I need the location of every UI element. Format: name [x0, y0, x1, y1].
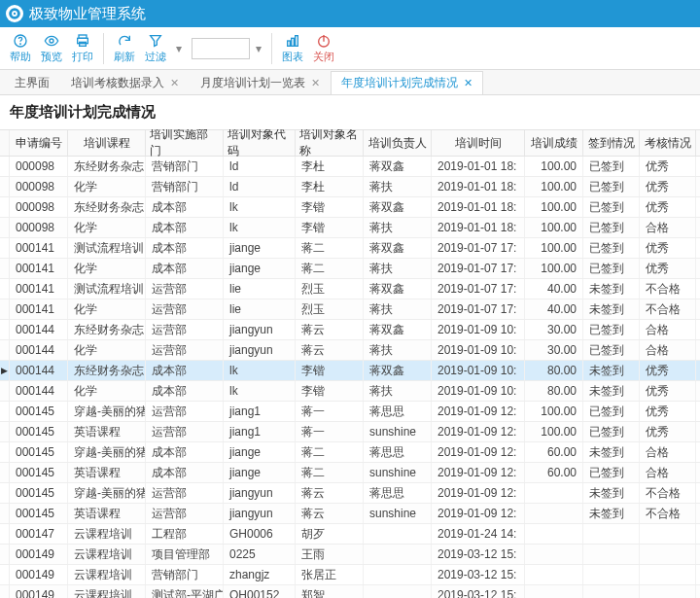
- col-header[interactable]: 培训实施部门: [146, 130, 224, 156]
- table-row[interactable]: 000098东经财务杂志营销部门ld李杜蒋双鑫2019-01-01 18:100…: [0, 157, 700, 177]
- table-row[interactable]: 000098化学营销部门ld李杜蒋扶2019-01-01 18:100.00已签…: [0, 177, 700, 197]
- cell: 已签到: [583, 259, 640, 278]
- cell: [364, 524, 432, 544]
- cell: 云课程培训: [68, 545, 146, 564]
- row-indicator: ▶: [0, 361, 10, 380]
- cell: 已签到: [583, 197, 640, 217]
- table-row[interactable]: 000145英语课程运营部jiangyun蒋云sunshine2019-01-0…: [0, 504, 700, 524]
- preview-button[interactable]: 预览: [37, 29, 66, 68]
- table-row[interactable]: 000141化学成本部jiange蒋二蒋扶2019-01-07 17:100.0…: [0, 259, 700, 279]
- row-indicator: [0, 483, 10, 503]
- table-row[interactable]: ▶000144东经财务杂志成本部lk李锴蒋双鑫2019-01-09 10:80.…: [0, 361, 700, 381]
- table-row[interactable]: 000098东经财务杂志成本部lk李锴蒋双鑫2019-01-01 18:100.…: [0, 197, 700, 218]
- table-row[interactable]: 000144化学成本部lk李锴蒋扶2019-01-09 10:80.00未签到优…: [0, 381, 700, 402]
- table-row[interactable]: 000149云课程培训测试部-平湖广场QH00152郑智2019-03-12 1…: [0, 585, 700, 598]
- table-row[interactable]: 000145穿越-美丽的猪精成本部jiange蒋二蒋思思2019-01-09 1…: [0, 442, 700, 463]
- tab-monthly-plan[interactable]: 月度培训计划一览表✕: [190, 71, 331, 94]
- col-header[interactable]: 培训成绩: [525, 130, 583, 156]
- cell: 东经财务杂志: [68, 157, 146, 176]
- table-row[interactable]: 000141测试流程培训运营部lie烈玉蒋双鑫2019-01-07 17:40.…: [0, 279, 700, 299]
- col-header[interactable]: 考核情况: [640, 130, 696, 156]
- grid-body[interactable]: 000098东经财务杂志营销部门ld李杜蒋双鑫2019-01-01 18:100…: [0, 157, 700, 598]
- tab-main[interactable]: 主界面: [4, 71, 60, 94]
- power-icon: [316, 32, 332, 50]
- cell: 已签到: [583, 238, 640, 258]
- cell: 优秀: [640, 197, 696, 217]
- cell: 蒋一: [296, 422, 364, 441]
- table-row[interactable]: 000145英语课程成本部jiange蒋二sunshine2019-01-09 …: [0, 463, 700, 483]
- tab-annual-plan[interactable]: 年度培训计划完成情况✕: [331, 71, 483, 94]
- table-row[interactable]: 000145穿越-美丽的猪精运营部jiangyun蒋云蒋思思2019-01-09…: [0, 483, 700, 504]
- cell: 云课程培训: [68, 585, 146, 598]
- help-button[interactable]: 帮助: [6, 29, 35, 68]
- table-row[interactable]: 000144化学运营部jiangyun蒋云蒋扶2019-01-09 10:30.…: [0, 340, 700, 361]
- cell: 合格: [640, 218, 696, 237]
- cell: [364, 585, 432, 598]
- search-dropdown[interactable]: ▾: [252, 38, 265, 59]
- cell: 000141: [10, 279, 68, 299]
- cell: 80.00: [525, 361, 583, 380]
- table-row[interactable]: 000141测试流程培训成本部jiange蒋二蒋双鑫2019-01-07 17:…: [0, 238, 700, 259]
- col-header[interactable]: 培训时间: [432, 130, 525, 156]
- cell: lk: [224, 218, 296, 237]
- search-input[interactable]: [192, 38, 250, 59]
- table-row[interactable]: 000145英语课程运营部jiang1蒋一sunshine2019-01-09 …: [0, 422, 700, 442]
- cell: 000098: [10, 157, 68, 176]
- cell: 000145: [10, 483, 68, 503]
- table-row[interactable]: 000141化学运营部lie烈玉蒋扶2019-01-07 17:40.00未签到…: [0, 299, 700, 320]
- cell: 英语课程: [68, 504, 146, 523]
- cell: 已签到: [583, 463, 640, 482]
- cell: 已签到: [583, 402, 640, 421]
- cell: jiange: [224, 442, 296, 462]
- cell: 蒋二: [296, 259, 364, 278]
- refresh-button[interactable]: 刷新: [110, 29, 139, 68]
- cell: [364, 545, 432, 564]
- col-header[interactable]: 申请编号: [10, 130, 68, 156]
- cell: sunshine: [364, 463, 432, 482]
- close-icon[interactable]: ✕: [464, 77, 472, 89]
- cell: 100.00: [525, 197, 583, 217]
- cell: 蒋双鑫: [364, 157, 432, 176]
- col-header[interactable]: 培训负责人: [364, 130, 432, 156]
- cell: jiange: [224, 259, 296, 278]
- cell: 蒋思思: [364, 402, 432, 421]
- print-button[interactable]: 打印: [68, 29, 97, 68]
- cell: 成本部: [146, 238, 224, 258]
- chart-icon: [285, 32, 300, 50]
- table-row[interactable]: 000145穿越-美丽的猪精运营部jiang1蒋一蒋思思2019-01-09 1…: [0, 402, 700, 422]
- chart-button[interactable]: 图表: [278, 29, 307, 68]
- table-row[interactable]: 000144东经财务杂志运营部jiangyun蒋云蒋双鑫2019-01-09 1…: [0, 320, 700, 340]
- row-indicator: [0, 197, 10, 217]
- row-indicator: [0, 381, 10, 401]
- cell: 000144: [10, 381, 68, 401]
- cell: 未签到: [583, 361, 640, 380]
- table-row[interactable]: 000098化学成本部lk李锴蒋扶2019-01-01 18:100.00已签到…: [0, 218, 700, 238]
- cell: [583, 545, 640, 564]
- filter-icon: [148, 32, 163, 50]
- table-row[interactable]: 000149云课程培训营销部门zhangjz张居正2019-03-12 15:: [0, 565, 700, 585]
- cell: 蒋一: [296, 402, 364, 421]
- cell: 优秀: [640, 361, 696, 380]
- filter-dropdown[interactable]: ▾: [172, 38, 186, 59]
- row-indicator: [0, 320, 10, 339]
- cell: 运营部: [146, 504, 224, 523]
- cell: 成本部: [146, 442, 224, 462]
- close-icon[interactable]: ✕: [170, 77, 179, 89]
- close-button[interactable]: 关闭: [309, 29, 338, 68]
- col-header[interactable]: 培训对象名称: [296, 130, 364, 156]
- cell: 未签到: [583, 299, 640, 319]
- col-header[interactable]: 签到情况: [583, 130, 640, 156]
- tab-train-input[interactable]: 培训考核数据录入✕: [60, 71, 190, 94]
- col-header[interactable]: 培训课程: [68, 130, 146, 156]
- cell: [525, 545, 583, 564]
- close-icon[interactable]: ✕: [311, 77, 320, 89]
- table-row[interactable]: 000149云课程培训项目管理部0225王雨2019-03-12 15:: [0, 545, 700, 565]
- row-indicator: [0, 545, 10, 564]
- cell: 运营部: [146, 299, 224, 319]
- table-row[interactable]: 000147云课程培训工程部GH0006胡歹2019-01-24 14:: [0, 524, 700, 545]
- cell: 000149: [10, 585, 68, 598]
- col-header[interactable]: 培训对象代码: [224, 130, 296, 156]
- cell: 蒋双鑫: [364, 320, 432, 339]
- cell: 蒋扶: [364, 218, 432, 237]
- filter-button[interactable]: 过滤: [141, 29, 170, 68]
